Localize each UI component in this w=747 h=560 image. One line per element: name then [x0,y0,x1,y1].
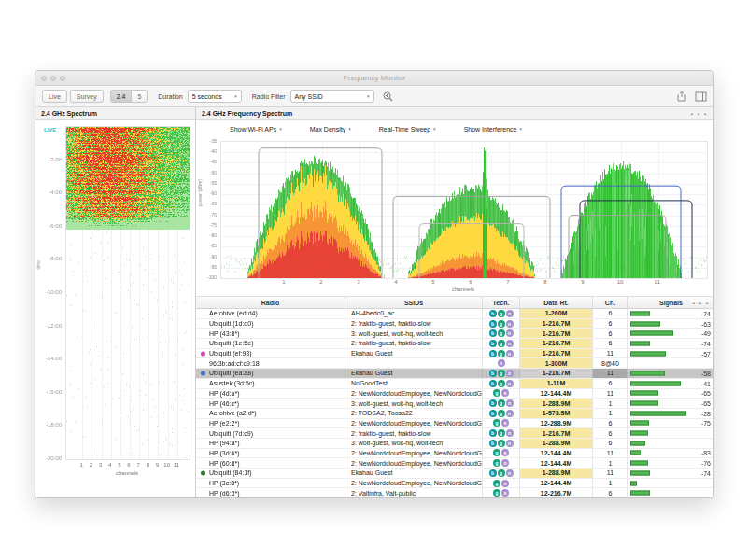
tech-n-badge: n [501,489,509,497]
radio-name: HP (3d:6*) [209,450,240,456]
table-row[interactable]: HP (d6:3*)2: Valtinfra, Valt-publicgn12-… [196,488,713,497]
show-interference-dropdown[interactable]: Show Interference ▾ [464,126,522,133]
live-indicator: LIVE [44,127,56,133]
table-row[interactable]: Ubiquiti (7d:c9)2: fraktio-guest, frakti… [196,428,713,439]
live-button[interactable]: Live [42,90,67,103]
power-tick-label: -80 [198,232,217,238]
data-rate-cell: 12-216.7M [520,488,593,497]
spectrum-plot[interactable]: power (dBm) channels -35-40-45-50-55-60-… [196,137,713,296]
duration-label: Duration [158,93,182,100]
waterfall-panel-title: 2.4 GHz Spectrum [41,110,97,117]
table-row[interactable]: Asustek (3d:5c)NoGoodTestbgn1-11M6-41 [196,379,713,389]
data-rate-cell: 12-144.4M [520,389,593,399]
signal-bar [630,331,673,336]
table-row[interactable]: 96:3b:ad:cf:c9:18n1-300M8@40 [196,358,713,369]
column-header-ssids[interactable]: SSIDs [345,297,483,308]
table-row[interactable]: HP (4d:a*)2: NewNordcloudEmployee, NewNo… [196,389,713,399]
minimize-button[interactable] [50,76,56,81]
radios-table: Radio SSIDs Tech. Data Rt. Ch. Signals •… [196,296,713,497]
table-row[interactable]: Ubiquiti (ef:93)Ekahau Guestbgn1-216.7M1… [196,349,713,359]
table-row[interactable]: HP (46:c*)3: wolt-guest, wolt-hq, wolt-t… [196,399,713,409]
channel-tick-label: 5 [430,279,437,285]
column-header-data-rate[interactable]: Data Rt. [520,297,593,308]
radio-name: Ubiquiti (1d:d0) [209,320,253,327]
tech-n-badge: n [501,459,509,467]
tech-g-badge: g [493,449,500,456]
channel-cell: 1 [593,479,628,488]
time-tick-label: -12:00 [35,323,62,329]
channel-tick-label: 7 [504,279,512,285]
radio-name: Ubiquiti (ef:93) [209,350,252,357]
tech-g-badge: g [498,380,505,387]
signal-cell: -58 [628,369,713,378]
channel-tick-label: 6 [125,462,133,468]
table-row[interactable]: HP (60:8*)2: NewNordcloudEmployee, NewNo… [196,458,713,469]
survey-button[interactable]: Survey [70,90,104,103]
time-tick-label: -6:00 [35,223,62,229]
signal-value: -65 [701,390,711,397]
table-row[interactable]: HP (3d:6*)2: NewNordcloudEmployee, NewNo… [196,449,713,459]
time-tick-label: -4:00 [35,189,62,195]
table-row[interactable]: HP (94:a*)3: wolt-guest, wolt-hq, wolt-t… [196,439,713,449]
zoom-window-button[interactable] [60,76,65,81]
real-time-sweep-dropdown[interactable]: Real-Time Sweep ▾ [379,126,436,133]
waterfall-plot[interactable]: LIVE time channels -2:00-4:00-6:00-8:00-… [35,120,195,497]
band-5-button[interactable]: 5 [131,90,148,103]
close-button[interactable] [41,76,47,81]
data-rate-cell: 1-216.7M [520,329,593,338]
ssid-cell [345,358,483,368]
band-2-4-button[interactable]: 2.4 [110,90,133,103]
channel-tick-label: 3 [355,279,362,285]
table-row[interactable]: Ubiquiti (1e:5e)2: fraktio-guest, frakti… [196,339,713,349]
data-rate-cell: 1-300M [520,358,593,368]
table-row[interactable]: Aerohive (a2:d*)2: TODSA2, Toosa22bgn1-5… [196,409,713,419]
tech-n-badge: n [506,399,514,407]
radio-filter-select[interactable]: Any SSID ▾ [290,90,374,103]
table-row[interactable]: Aerohive (ed:d4)AH-4bedc0_acbgn1-260M6-7… [196,309,713,319]
signal-value: -65 [701,400,711,407]
power-tick-label: -50 [198,170,217,175]
tech-cell: n [483,358,520,368]
column-header-radio[interactable]: Radio [196,297,345,308]
ssid-cell: 2: fraktio-guest, fraktio-slow [345,428,483,438]
table-row[interactable]: Ubiquiti (84:1f)Ekahau Guestbgn1-288.9M1… [196,469,713,479]
table-row[interactable]: Ubiquiti (ea:a8)Ekahau Guestbgn1-216.7M1… [196,369,713,379]
channel-tick-label: 2 [87,462,94,468]
max-density-dropdown[interactable]: Max Density ▾ [310,126,351,133]
table-row[interactable]: HP (e2:2*)2: NewNordcloudEmployee, NewNo… [196,419,713,429]
table-row[interactable]: Ubiquiti (1d:d0)2: fraktio-guest, frakti… [196,319,713,329]
title-bar[interactable]: Frequency Monitor [35,71,713,86]
duration-select[interactable]: 5 seconds ▾ [188,90,242,103]
duration-value: 5 seconds [192,93,222,100]
ssid-cell: 3: wolt-guest, wolt-hq, wolt-tech [345,399,483,408]
radio-name: HP (d6:3*) [209,490,240,497]
channel-tick-label: 1 [78,462,85,468]
overflow-menu-icon[interactable]: • • • [691,111,708,117]
table-row[interactable]: HP (43:8*)3: wolt-guest, wolt-hq, wolt-t… [196,329,713,339]
channel-tick-label: 9 [153,462,161,468]
tech-b-badge: b [489,350,497,357]
overflow-menu-icon[interactable]: • • • [693,301,710,306]
ssid-cell: 2: fraktio-guest, fraktio-slow [345,319,483,329]
waterfall-panel: 2.4 GHz Spectrum LIVE time channels -2:0… [35,107,196,497]
tech-cell: bgn [483,339,520,348]
signal-bar [630,321,660,326]
tech-n-badge: n [506,429,514,437]
column-header-tech[interactable]: Tech. [483,297,520,308]
chevron-down-icon: ▾ [348,126,351,132]
share-icon[interactable] [676,91,687,102]
spectrum-canvas[interactable] [220,141,708,279]
signal-value: -74 [701,469,711,476]
column-header-channel[interactable]: Ch. [593,297,628,308]
waterfall-canvas[interactable] [65,126,190,460]
channel-cell: 6 [593,488,628,497]
panel-toggle-icon[interactable] [695,91,707,102]
show-wifi-aps-dropdown[interactable]: Show Wi-Fi APs ▾ [230,126,282,133]
radio-cell: HP (46:c*) [196,399,345,408]
radio-name: HP (94:a*) [209,440,240,446]
zoom-icon[interactable] [382,91,394,103]
tech-g-badge: g [493,419,500,427]
table-row[interactable]: HP (3c:8*)2: NewNordcloudEmployee, NewNo… [196,479,713,489]
signal-bar [630,461,648,466]
tech-b-badge: b [489,329,497,337]
